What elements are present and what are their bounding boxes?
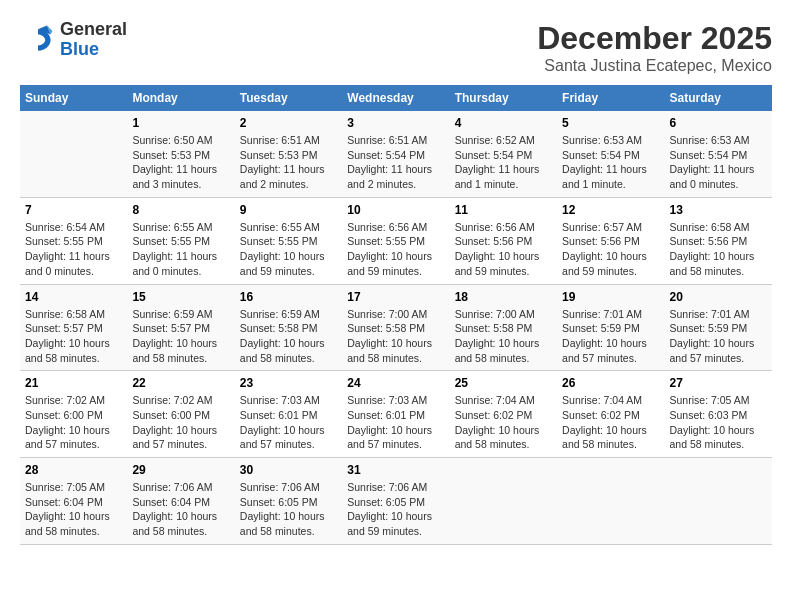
day-info: Sunrise: 7:01 AMSunset: 5:59 PMDaylight:…	[670, 307, 767, 366]
day-info: Sunrise: 7:05 AMSunset: 6:03 PMDaylight:…	[670, 393, 767, 452]
main-title: December 2025	[537, 20, 772, 57]
day-number: 15	[132, 290, 229, 304]
day-info: Sunrise: 6:53 AMSunset: 5:54 PMDaylight:…	[670, 133, 767, 192]
day-info: Sunrise: 7:03 AMSunset: 6:01 PMDaylight:…	[240, 393, 337, 452]
calendar-cell: 10 Sunrise: 6:56 AMSunset: 5:55 PMDaylig…	[342, 197, 449, 284]
day-number: 11	[455, 203, 552, 217]
calendar-week-3: 14 Sunrise: 6:58 AMSunset: 5:57 PMDaylig…	[20, 284, 772, 371]
calendar-cell: 17 Sunrise: 7:00 AMSunset: 5:58 PMDaylig…	[342, 284, 449, 371]
day-number: 7	[25, 203, 122, 217]
day-number: 19	[562, 290, 659, 304]
day-info: Sunrise: 7:06 AMSunset: 6:05 PMDaylight:…	[347, 480, 444, 539]
header-row: Sunday Monday Tuesday Wednesday Thursday…	[20, 85, 772, 111]
day-number: 10	[347, 203, 444, 217]
calendar-cell: 13 Sunrise: 6:58 AMSunset: 5:56 PMDaylig…	[665, 197, 772, 284]
day-number: 4	[455, 116, 552, 130]
day-info: Sunrise: 7:04 AMSunset: 6:02 PMDaylight:…	[562, 393, 659, 452]
subtitle: Santa Justina Ecatepec, Mexico	[537, 57, 772, 75]
day-number: 25	[455, 376, 552, 390]
day-info: Sunrise: 6:55 AMSunset: 5:55 PMDaylight:…	[240, 220, 337, 279]
calendar-cell: 15 Sunrise: 6:59 AMSunset: 5:57 PMDaylig…	[127, 284, 234, 371]
header-saturday: Saturday	[665, 85, 772, 111]
day-number: 12	[562, 203, 659, 217]
logo-blue: Blue	[60, 40, 127, 60]
day-info: Sunrise: 6:56 AMSunset: 5:56 PMDaylight:…	[455, 220, 552, 279]
day-number: 13	[670, 203, 767, 217]
day-number: 30	[240, 463, 337, 477]
calendar-cell: 31 Sunrise: 7:06 AMSunset: 6:05 PMDaylig…	[342, 458, 449, 545]
calendar-cell: 22 Sunrise: 7:02 AMSunset: 6:00 PMDaylig…	[127, 371, 234, 458]
day-number: 22	[132, 376, 229, 390]
calendar-cell: 19 Sunrise: 7:01 AMSunset: 5:59 PMDaylig…	[557, 284, 664, 371]
calendar-cell: 24 Sunrise: 7:03 AMSunset: 6:01 PMDaylig…	[342, 371, 449, 458]
day-number: 9	[240, 203, 337, 217]
day-info: Sunrise: 7:06 AMSunset: 6:05 PMDaylight:…	[240, 480, 337, 539]
day-info: Sunrise: 6:52 AMSunset: 5:54 PMDaylight:…	[455, 133, 552, 192]
page-header: General Blue December 2025 Santa Justina…	[20, 20, 772, 75]
day-info: Sunrise: 7:02 AMSunset: 6:00 PMDaylight:…	[25, 393, 122, 452]
day-info: Sunrise: 7:00 AMSunset: 5:58 PMDaylight:…	[347, 307, 444, 366]
calendar-cell: 8 Sunrise: 6:55 AMSunset: 5:55 PMDayligh…	[127, 197, 234, 284]
calendar-cell: 27 Sunrise: 7:05 AMSunset: 6:03 PMDaylig…	[665, 371, 772, 458]
day-info: Sunrise: 7:05 AMSunset: 6:04 PMDaylight:…	[25, 480, 122, 539]
calendar-cell: 9 Sunrise: 6:55 AMSunset: 5:55 PMDayligh…	[235, 197, 342, 284]
day-info: Sunrise: 6:58 AMSunset: 5:57 PMDaylight:…	[25, 307, 122, 366]
day-number: 27	[670, 376, 767, 390]
calendar-cell: 3 Sunrise: 6:51 AMSunset: 5:54 PMDayligh…	[342, 111, 449, 197]
calendar-cell: 7 Sunrise: 6:54 AMSunset: 5:55 PMDayligh…	[20, 197, 127, 284]
logo-general: General	[60, 20, 127, 40]
day-number: 31	[347, 463, 444, 477]
day-info: Sunrise: 6:55 AMSunset: 5:55 PMDaylight:…	[132, 220, 229, 279]
day-info: Sunrise: 6:50 AMSunset: 5:53 PMDaylight:…	[132, 133, 229, 192]
calendar-cell: 14 Sunrise: 6:58 AMSunset: 5:57 PMDaylig…	[20, 284, 127, 371]
day-info: Sunrise: 7:00 AMSunset: 5:58 PMDaylight:…	[455, 307, 552, 366]
calendar-cell: 5 Sunrise: 6:53 AMSunset: 5:54 PMDayligh…	[557, 111, 664, 197]
day-info: Sunrise: 7:03 AMSunset: 6:01 PMDaylight:…	[347, 393, 444, 452]
calendar-cell: 11 Sunrise: 6:56 AMSunset: 5:56 PMDaylig…	[450, 197, 557, 284]
day-number: 16	[240, 290, 337, 304]
day-info: Sunrise: 6:56 AMSunset: 5:55 PMDaylight:…	[347, 220, 444, 279]
day-number: 28	[25, 463, 122, 477]
day-number: 24	[347, 376, 444, 390]
calendar-cell: 26 Sunrise: 7:04 AMSunset: 6:02 PMDaylig…	[557, 371, 664, 458]
day-info: Sunrise: 6:57 AMSunset: 5:56 PMDaylight:…	[562, 220, 659, 279]
calendar-cell: 30 Sunrise: 7:06 AMSunset: 6:05 PMDaylig…	[235, 458, 342, 545]
calendar-cell	[557, 458, 664, 545]
day-info: Sunrise: 6:54 AMSunset: 5:55 PMDaylight:…	[25, 220, 122, 279]
day-number: 5	[562, 116, 659, 130]
day-number: 14	[25, 290, 122, 304]
day-info: Sunrise: 6:58 AMSunset: 5:56 PMDaylight:…	[670, 220, 767, 279]
calendar-cell: 6 Sunrise: 6:53 AMSunset: 5:54 PMDayligh…	[665, 111, 772, 197]
day-info: Sunrise: 7:06 AMSunset: 6:04 PMDaylight:…	[132, 480, 229, 539]
calendar-header: Sunday Monday Tuesday Wednesday Thursday…	[20, 85, 772, 111]
calendar-cell: 28 Sunrise: 7:05 AMSunset: 6:04 PMDaylig…	[20, 458, 127, 545]
day-number: 3	[347, 116, 444, 130]
day-info: Sunrise: 6:51 AMSunset: 5:53 PMDaylight:…	[240, 133, 337, 192]
calendar-cell: 25 Sunrise: 7:04 AMSunset: 6:02 PMDaylig…	[450, 371, 557, 458]
calendar-cell: 29 Sunrise: 7:06 AMSunset: 6:04 PMDaylig…	[127, 458, 234, 545]
day-number: 17	[347, 290, 444, 304]
header-wednesday: Wednesday	[342, 85, 449, 111]
logo-text: General Blue	[60, 20, 127, 60]
calendar-cell	[665, 458, 772, 545]
calendar-cell: 4 Sunrise: 6:52 AMSunset: 5:54 PMDayligh…	[450, 111, 557, 197]
day-number: 20	[670, 290, 767, 304]
header-thursday: Thursday	[450, 85, 557, 111]
header-monday: Monday	[127, 85, 234, 111]
day-info: Sunrise: 6:59 AMSunset: 5:58 PMDaylight:…	[240, 307, 337, 366]
day-info: Sunrise: 6:59 AMSunset: 5:57 PMDaylight:…	[132, 307, 229, 366]
calendar-cell: 1 Sunrise: 6:50 AMSunset: 5:53 PMDayligh…	[127, 111, 234, 197]
calendar-cell: 18 Sunrise: 7:00 AMSunset: 5:58 PMDaylig…	[450, 284, 557, 371]
day-number: 6	[670, 116, 767, 130]
calendar-week-1: 1 Sunrise: 6:50 AMSunset: 5:53 PMDayligh…	[20, 111, 772, 197]
day-number: 18	[455, 290, 552, 304]
calendar-cell: 2 Sunrise: 6:51 AMSunset: 5:53 PMDayligh…	[235, 111, 342, 197]
day-number: 29	[132, 463, 229, 477]
day-number: 21	[25, 376, 122, 390]
title-block: December 2025 Santa Justina Ecatepec, Me…	[537, 20, 772, 75]
day-number: 1	[132, 116, 229, 130]
calendar-cell: 20 Sunrise: 7:01 AMSunset: 5:59 PMDaylig…	[665, 284, 772, 371]
day-number: 2	[240, 116, 337, 130]
logo: General Blue	[20, 20, 127, 60]
calendar-table: Sunday Monday Tuesday Wednesday Thursday…	[20, 85, 772, 545]
